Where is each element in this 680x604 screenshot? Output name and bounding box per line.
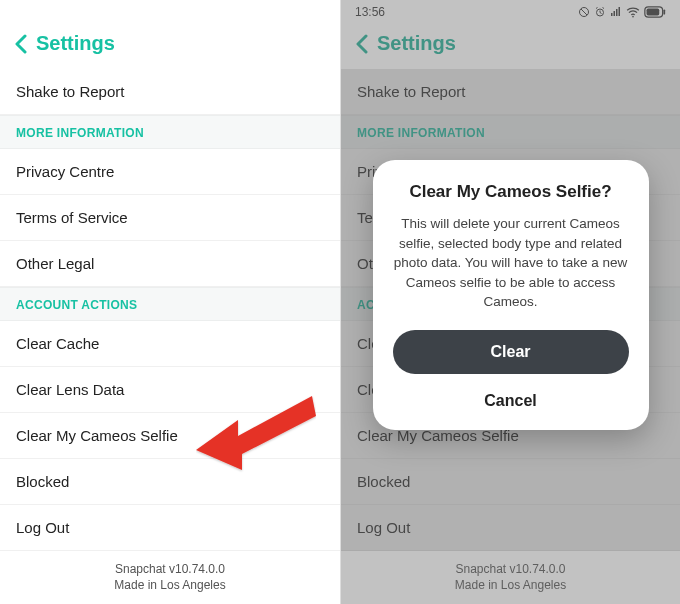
section-more-information: MORE INFORMATION xyxy=(0,115,340,149)
header: Settings xyxy=(341,22,680,69)
clear-button[interactable]: Clear xyxy=(393,330,629,374)
row-blocked[interactable]: Blocked xyxy=(341,459,680,505)
svg-line-6 xyxy=(596,8,598,9)
row-label: Clear Lens Data xyxy=(16,381,124,398)
svg-rect-10 xyxy=(616,9,618,16)
footer: Snapchat v10.74.0.0 Made in Los Angeles xyxy=(0,551,340,604)
header: Settings xyxy=(0,22,340,69)
row-privacy-centre[interactable]: Privacy Centre xyxy=(0,149,340,195)
row-label: Other Legal xyxy=(16,255,94,272)
row-shake-to-report[interactable]: Shake to Report xyxy=(341,69,680,115)
status-icons xyxy=(578,6,666,18)
row-clear-my-cameos-selfie[interactable]: Clear My Cameos Selfie xyxy=(0,413,340,459)
row-label: Log Out xyxy=(357,519,410,536)
cancel-button[interactable]: Cancel xyxy=(393,386,629,414)
status-bar xyxy=(0,0,340,22)
row-label: Clear My Cameos Selfie xyxy=(16,427,178,444)
svg-rect-11 xyxy=(619,7,621,16)
section-more-information: MORE INFORMATION xyxy=(341,115,680,149)
row-blocked[interactable]: Blocked xyxy=(0,459,340,505)
svg-line-7 xyxy=(603,8,605,9)
row-label: Clear Cache xyxy=(16,335,99,352)
footer-version: Snapchat v10.74.0.0 xyxy=(341,561,680,577)
signal-icon xyxy=(610,6,622,18)
wifi-icon xyxy=(626,6,640,18)
row-label: Shake to Report xyxy=(16,83,124,100)
header-title: Settings xyxy=(377,32,456,55)
svg-line-5 xyxy=(600,13,602,14)
section-account-actions: ACCOUNT ACTIONS xyxy=(0,287,340,321)
footer-location: Made in Los Angeles xyxy=(341,577,680,593)
row-shake-to-report[interactable]: Shake to Report xyxy=(0,69,340,115)
row-clear-lens-data[interactable]: Clear Lens Data xyxy=(0,367,340,413)
dnd-icon xyxy=(578,6,590,18)
dialog-title: Clear My Cameos Selfie? xyxy=(393,182,629,202)
row-other-legal[interactable]: Other Legal xyxy=(0,241,340,287)
row-clear-cache[interactable]: Clear Cache xyxy=(0,321,340,367)
battery-icon xyxy=(644,6,666,18)
back-icon[interactable] xyxy=(355,34,369,54)
status-bar: 13:56 xyxy=(341,0,680,22)
svg-line-2 xyxy=(581,9,587,15)
svg-point-12 xyxy=(632,16,634,18)
screen-left: Settings Shake to Report MORE INFORMATIO… xyxy=(0,0,340,604)
footer-location: Made in Los Angeles xyxy=(0,577,340,593)
svg-rect-15 xyxy=(647,9,660,16)
status-time: 13:56 xyxy=(355,5,385,19)
row-label: Privacy Centre xyxy=(16,163,114,180)
row-label: Shake to Report xyxy=(357,83,465,100)
back-icon[interactable] xyxy=(14,34,28,54)
dialog-clear-cameos: Clear My Cameos Selfie? This will delete… xyxy=(373,160,649,430)
row-label: Blocked xyxy=(16,473,69,490)
svg-rect-9 xyxy=(614,11,616,16)
dialog-body: This will delete your current Cameos sel… xyxy=(393,214,629,312)
row-log-out[interactable]: Log Out xyxy=(341,505,680,551)
alarm-icon xyxy=(594,6,606,18)
footer-version: Snapchat v10.74.0.0 xyxy=(0,561,340,577)
row-label: Terms of Service xyxy=(16,209,128,226)
screen-right: 13:56 Settings Shake to Report MORE INFO… xyxy=(340,0,680,604)
header-title: Settings xyxy=(36,32,115,55)
row-label: Log Out xyxy=(16,519,69,536)
row-terms-of-service[interactable]: Terms of Service xyxy=(0,195,340,241)
footer: Snapchat v10.74.0.0 Made in Los Angeles xyxy=(341,551,680,604)
row-label: Blocked xyxy=(357,473,410,490)
svg-rect-14 xyxy=(663,9,665,14)
row-log-out[interactable]: Log Out xyxy=(0,505,340,551)
svg-rect-8 xyxy=(611,13,613,16)
